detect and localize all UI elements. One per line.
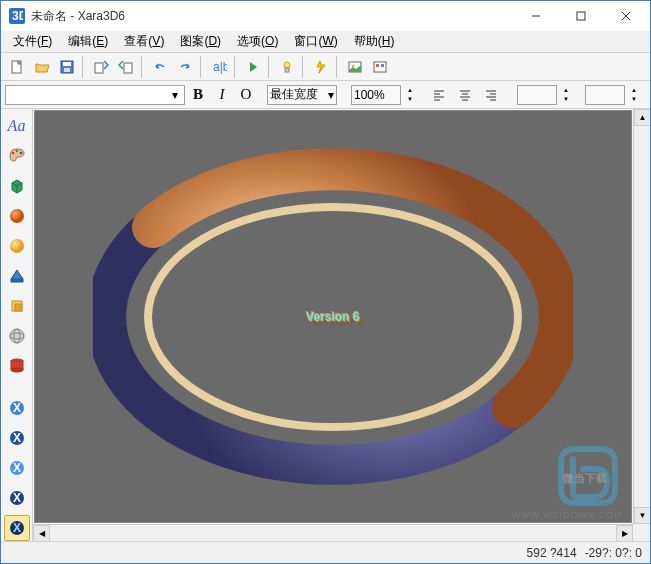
open-button[interactable]	[30, 55, 54, 79]
app-icon: 3D	[9, 8, 25, 24]
x-navy-button[interactable]: X	[4, 485, 30, 511]
scroll-corner	[633, 524, 650, 541]
extrude-button[interactable]	[4, 263, 30, 289]
svg-rect-7	[63, 62, 71, 66]
dropdown-icon: ▾	[168, 88, 182, 102]
format-toolbar: ▾ B I O 最佳宽度▾ 100% ▲▼ ▲▼ ▲▼	[1, 81, 650, 109]
text-style-button[interactable]: Aa	[4, 113, 30, 139]
text3d: Version 6 Version 6	[306, 310, 359, 324]
separator	[234, 56, 238, 78]
titlebar: 3D 未命名 - Xara3D6	[1, 1, 650, 31]
svg-rect-18	[381, 64, 384, 67]
globe-button[interactable]	[4, 323, 30, 349]
svg-rect-16	[374, 62, 386, 72]
svg-text:X: X	[13, 521, 21, 535]
svg-rect-9	[95, 63, 103, 73]
vertical-scrollbar[interactable]: ▲ ▼	[633, 109, 650, 524]
bold-button[interactable]: B	[187, 84, 209, 106]
align-center-button[interactable]	[453, 83, 477, 107]
new-button[interactable]	[5, 55, 29, 79]
svg-text:X: X	[13, 461, 21, 475]
align-right-button[interactable]	[479, 83, 503, 107]
flash-button[interactable]	[309, 55, 333, 79]
text-tool-button[interactable]: a|b	[207, 55, 231, 79]
separator	[302, 56, 306, 78]
menu-options[interactable]: 选项(O)	[229, 31, 286, 52]
svg-point-32	[15, 150, 18, 153]
watermark-brand: 微当下载	[563, 471, 607, 486]
import-button[interactable]	[89, 55, 113, 79]
font-combo[interactable]: ▾	[5, 85, 185, 105]
svg-rect-10	[124, 63, 132, 73]
svg-text:X: X	[13, 491, 21, 505]
svg-rect-37	[15, 304, 22, 311]
italic-button[interactable]: I	[211, 84, 233, 106]
light-button[interactable]	[275, 55, 299, 79]
menu-file[interactable]: 文件(F)	[5, 31, 60, 52]
gallery2-button[interactable]	[368, 55, 392, 79]
x-light-button[interactable]: X	[4, 455, 30, 481]
svg-text:X: X	[13, 401, 21, 415]
sphere-button[interactable]	[4, 203, 30, 229]
svg-point-31	[11, 152, 14, 155]
svg-rect-8	[64, 68, 70, 72]
menu-window[interactable]: 窗口(W)	[286, 31, 345, 52]
statusbar: 592 ?414 -29?: 0?: 0	[1, 541, 650, 563]
svg-text:X: X	[13, 431, 21, 445]
undo-button[interactable]	[148, 55, 172, 79]
maximize-button[interactable]	[558, 2, 603, 30]
spacing1-combo[interactable]	[517, 85, 557, 105]
cylinder-button[interactable]	[4, 353, 30, 379]
save-button[interactable]	[55, 55, 79, 79]
side-toolbar: Aa X X X X X	[1, 109, 33, 541]
main-toolbar: a|b	[1, 53, 650, 81]
gallery-button[interactable]	[343, 55, 367, 79]
menu-pattern[interactable]: 图案(D)	[172, 31, 229, 52]
fit-combo[interactable]: 最佳宽度▾	[267, 85, 337, 105]
menu-help[interactable]: 帮助(H)	[346, 31, 403, 52]
minimize-button[interactable]	[513, 2, 558, 30]
spacing1-spinner[interactable]: ▲▼	[559, 86, 573, 104]
svg-rect-17	[376, 64, 379, 67]
svg-point-12	[284, 62, 290, 68]
close-button[interactable]	[603, 2, 648, 30]
x-active-button[interactable]: X	[4, 515, 30, 541]
separator	[336, 56, 340, 78]
svg-point-43	[11, 368, 23, 372]
x-dark-button[interactable]: X	[4, 425, 30, 451]
canvas[interactable]: Version 6 Version 6 微当下载 WWW.WEIDOWN.COM	[34, 110, 632, 523]
x-blue-button[interactable]: X	[4, 395, 30, 421]
scroll-down-icon[interactable]: ▼	[634, 507, 650, 524]
canvas-wrap: Version 6 Version 6 微当下载 WWW.WEIDOWN.COM…	[33, 109, 650, 541]
cube-button[interactable]	[4, 173, 30, 199]
menu-edit[interactable]: 编辑(E)	[60, 31, 116, 52]
horizontal-scrollbar[interactable]: ◀ ▶	[33, 524, 633, 541]
bevel-button[interactable]	[4, 293, 30, 319]
align-left-button[interactable]	[427, 83, 451, 107]
svg-point-35	[10, 239, 24, 253]
zoom-spinner[interactable]: ▲▼	[403, 86, 417, 104]
redo-button[interactable]	[173, 55, 197, 79]
separator	[82, 56, 86, 78]
scroll-left-icon[interactable]: ◀	[33, 525, 50, 541]
svg-text:3D: 3D	[12, 10, 23, 22]
svg-rect-13	[285, 68, 289, 72]
status-angle: -29?: 0?: 0	[585, 546, 642, 560]
separator	[141, 56, 145, 78]
menu-view[interactable]: 查看(V)	[116, 31, 172, 52]
svg-point-38	[10, 329, 24, 343]
workarea: Aa X X X X X	[1, 109, 650, 541]
play-button[interactable]	[241, 55, 265, 79]
zoom-combo[interactable]: 100%	[351, 85, 401, 105]
scroll-up-icon[interactable]: ▲	[634, 109, 650, 126]
scroll-right-icon[interactable]: ▶	[616, 525, 633, 541]
ball-button[interactable]	[4, 233, 30, 259]
status-coords: 592 ?414	[527, 546, 577, 560]
outline-button[interactable]: O	[235, 84, 257, 106]
spacing2-combo[interactable]	[585, 85, 625, 105]
export-button[interactable]	[114, 55, 138, 79]
spacing2-spinner[interactable]: ▲▼	[627, 86, 641, 104]
watermark-url: WWW.WEIDOWN.COM	[512, 510, 623, 520]
menubar: 文件(F) 编辑(E) 查看(V) 图案(D) 选项(O) 窗口(W) 帮助(H…	[1, 31, 650, 53]
color-palette-button[interactable]	[4, 143, 30, 169]
